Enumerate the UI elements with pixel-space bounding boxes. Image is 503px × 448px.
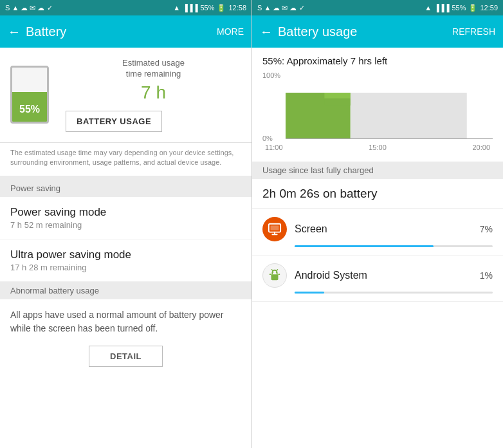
left-more-button[interactable]: MORE xyxy=(217,26,244,37)
right-panel: S ▲ ☁ ✉ ☁ ✓ ▲ ▐▐▐ 55% 🔋 12:59 ← Battery … xyxy=(252,0,503,448)
battery-note: The estimated usage time may vary depend… xyxy=(0,143,252,180)
right-battery-icon: 🔋 xyxy=(468,4,477,12)
left-status-app-icons: S ▲ ☁ ✉ ☁ ✓ xyxy=(5,4,53,12)
left-battery-icon: 🔋 xyxy=(217,4,226,12)
left-status-bar: S ▲ ☁ ✉ ☁ ✓ ▲ ▐▐▐ 55% 🔋 12:58 xyxy=(0,0,252,15)
android-icon xyxy=(262,263,287,288)
right-app-title: Battery usage xyxy=(278,24,357,39)
app-usage-screen-row: Screen 7% xyxy=(262,217,493,241)
right-status-bar: S ▲ ☁ ✉ ☁ ✓ ▲ ▐▐▐ 55% 🔋 12:59 xyxy=(252,0,503,15)
chart-x-label-3: 20:00 xyxy=(472,144,490,151)
svg-point-8 xyxy=(276,272,277,274)
abnormal-text: All apps have used a normal amount of ba… xyxy=(10,308,241,335)
svg-rect-2 xyxy=(324,98,350,106)
left-signal-icon: ▐▐▐ xyxy=(183,4,197,12)
app-usage-screen[interactable]: Screen 7% xyxy=(252,209,503,256)
left-time: 12:58 xyxy=(228,4,246,12)
right-signal-icon: ▐▐▐ xyxy=(434,4,449,12)
right-app-bar-left: ← Battery usage xyxy=(260,24,357,39)
screen-progress-bg xyxy=(295,245,493,247)
chart-svg xyxy=(286,71,493,142)
left-back-button[interactable]: ← xyxy=(8,24,21,39)
svg-point-11 xyxy=(273,273,273,274)
svg-point-7 xyxy=(272,272,273,274)
screen-progress-fill xyxy=(295,245,434,247)
left-app-title: Battery xyxy=(26,24,66,39)
battery-chart: 100% 0% 11:00 15:00 20:00 xyxy=(252,71,503,162)
chart-x-labels: 11:00 15:00 20:00 xyxy=(262,144,493,151)
android-progress-fill xyxy=(295,292,324,294)
power-saving-mode-title: Power saving mode xyxy=(10,206,241,219)
android-app-name: Android System xyxy=(295,270,472,281)
power-saving-header: Power saving xyxy=(0,180,252,197)
right-time: 12:59 xyxy=(480,4,498,12)
right-status-app-icons: S ▲ ☁ ✉ ☁ ✓ xyxy=(257,4,305,12)
ultra-power-saving-mode-item[interactable]: Ultra power saving mode 17 h 28 m remain… xyxy=(0,239,252,282)
left-status-icons: S ▲ ☁ ✉ ☁ ✓ xyxy=(5,4,53,12)
detail-button[interactable]: DETAIL xyxy=(89,346,163,367)
battery-info: Estimated usage time remaining 7 h BATTE… xyxy=(66,58,241,132)
ultra-power-saving-mode-subtitle: 17 h 28 m remaining xyxy=(10,263,241,272)
usage-duration: 2h 0m 26s on battery xyxy=(252,179,503,209)
battery-section: 55% Estimated usage time remaining 7 h B… xyxy=(0,48,252,143)
android-progress-bg xyxy=(295,292,493,294)
right-back-button[interactable]: ← xyxy=(260,24,273,39)
chart-x-label-1: 11:00 xyxy=(265,144,283,151)
battery-usage-button[interactable]: BATTERY USAGE xyxy=(66,111,162,132)
screen-app-name: Screen xyxy=(295,223,472,235)
left-app-bar: ← Battery MORE xyxy=(0,15,252,48)
battery-icon-wrap: 55% xyxy=(10,66,55,124)
left-status-right: ▲ ▐▐▐ 55% 🔋 12:58 xyxy=(173,4,246,12)
chart-y-max: 100% xyxy=(262,71,280,79)
right-app-bar: ← Battery usage REFRESH xyxy=(252,15,503,48)
android-app-percent: 1% xyxy=(480,270,493,281)
detail-btn-wrap: DETAIL xyxy=(10,346,241,367)
usage-since-label: Usage since last fully charged xyxy=(252,162,503,179)
screen-app-percent: 7% xyxy=(480,224,493,234)
left-panel: S ▲ ☁ ✉ ☁ ✓ ▲ ▐▐▐ 55% 🔋 12:58 ← Battery … xyxy=(0,0,252,448)
right-battery-status: 55% xyxy=(452,4,466,12)
abnormal-section: All apps have used a normal amount of ba… xyxy=(0,299,252,376)
right-status-icons: S ▲ ☁ ✉ ☁ ✓ xyxy=(257,4,305,12)
right-wifi-icon: ▲ xyxy=(425,4,432,12)
svg-point-12 xyxy=(275,273,276,274)
battery-time-value: 7 h xyxy=(66,82,241,103)
left-app-bar-left: ← Battery xyxy=(8,24,66,39)
ultra-power-saving-mode-title: Ultra power saving mode xyxy=(10,248,241,261)
svg-line-9 xyxy=(271,270,273,271)
chart-y-min: 0% xyxy=(262,135,280,142)
screen-icon xyxy=(262,217,287,241)
left-battery-status: 55% xyxy=(200,4,214,12)
left-wifi-icon: ▲ xyxy=(173,4,180,12)
right-status-right: ▲ ▐▐▐ 55% 🔋 12:59 xyxy=(425,4,498,12)
usage-summary: 55%: Approximately 7 hrs left xyxy=(252,48,503,71)
power-saving-mode-subtitle: 7 h 52 m remaining xyxy=(10,220,241,230)
power-saving-mode-item[interactable]: Power saving mode 7 h 52 m remaining xyxy=(0,197,252,239)
battery-body: 55% xyxy=(10,66,49,124)
svg-rect-6 xyxy=(271,226,279,230)
abnormal-header: Abnormal battery usage xyxy=(0,282,252,299)
chart-x-label-2: 15:00 xyxy=(369,144,387,151)
app-usage-android-row: Android System 1% xyxy=(262,263,493,288)
app-usage-android[interactable]: Android System 1% xyxy=(252,256,503,302)
svg-line-10 xyxy=(277,270,278,271)
battery-percent: 55% xyxy=(19,104,40,115)
right-refresh-button[interactable]: REFRESH xyxy=(452,26,495,37)
svg-rect-3 xyxy=(324,93,350,98)
battery-est-label: Estimated usage time remaining xyxy=(66,58,241,80)
svg-marker-0 xyxy=(351,93,467,139)
